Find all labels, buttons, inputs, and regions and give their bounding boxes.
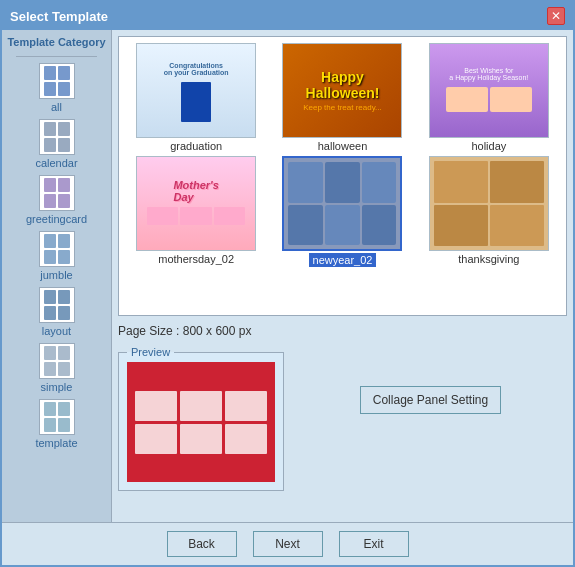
holiday-slot-2 xyxy=(490,87,532,112)
page-4 xyxy=(58,138,70,152)
exit-button[interactable]: Exit xyxy=(339,531,409,557)
template-icon xyxy=(39,399,75,435)
page-3 xyxy=(44,250,56,264)
greetingcard-icon xyxy=(39,175,75,211)
sidebar-item-template[interactable]: template xyxy=(12,397,102,451)
ny-block-5 xyxy=(325,205,360,246)
sidebar-label-jumble: jumble xyxy=(40,269,72,281)
sidebar-label-simple: simple xyxy=(41,381,73,393)
sidebar-item-greetingcard[interactable]: greetingcard xyxy=(12,173,102,227)
template-label-mothersday: mothersday_02 xyxy=(158,253,234,265)
holiday-grid xyxy=(442,83,536,116)
sidebar-item-simple[interactable]: simple xyxy=(12,341,102,395)
title-bar: Select Template ✕ xyxy=(2,2,573,30)
page-3 xyxy=(44,362,56,376)
page-4 xyxy=(58,82,70,96)
preview-slot-5 xyxy=(180,424,222,454)
halloween-text: HappyHalloween! xyxy=(306,69,380,101)
template-label-graduation: graduation xyxy=(170,140,222,152)
page-2 xyxy=(58,290,70,304)
mothers-text: Mother'sDay xyxy=(173,179,218,203)
next-button[interactable]: Next xyxy=(253,531,323,557)
template-label-thanksgiving: thanksgiving xyxy=(458,253,519,265)
sidebar-item-jumble[interactable]: jumble xyxy=(12,229,102,283)
template-grid-container[interactable]: Congratulationson your Graduation gradua… xyxy=(118,36,567,316)
ny-block-1 xyxy=(288,162,323,203)
sidebar-label-template: template xyxy=(35,437,77,449)
page-4 xyxy=(58,362,70,376)
template-cell-newyear[interactable]: newyear_02 xyxy=(271,156,413,267)
page-3 xyxy=(44,418,56,432)
window-title: Select Template xyxy=(10,9,108,24)
grad-figure xyxy=(181,82,211,122)
preview-slots xyxy=(127,383,275,462)
content-area: Template Category all xyxy=(2,30,573,522)
page-1 xyxy=(44,178,56,192)
template-cell-holiday[interactable]: Best Wishes fora Happy Holiday Season! h… xyxy=(418,43,560,152)
jumble-icon xyxy=(39,231,75,267)
thanks-block-4 xyxy=(490,205,544,247)
all-icon xyxy=(39,63,75,99)
sidebar-item-calendar[interactable]: calendar xyxy=(12,117,102,171)
icon-pages-template xyxy=(44,402,70,432)
template-label-halloween: halloween xyxy=(318,140,368,152)
sidebar-title: Template Category xyxy=(7,36,105,48)
mothers-slot-2 xyxy=(180,207,211,225)
page-4 xyxy=(58,306,70,320)
template-thumb-thanksgiving xyxy=(429,156,549,251)
page-size-label: Page Size : 800 x 600 px xyxy=(118,322,567,340)
template-thumb-graduation: Congratulationson your Graduation xyxy=(136,43,256,138)
window: Select Template ✕ Template Category all xyxy=(0,0,575,567)
template-thumb-halloween: HappyHalloween! Keep the treat ready... xyxy=(282,43,402,138)
template-thumb-newyear xyxy=(282,156,402,251)
halloween-sub: Keep the treat ready... xyxy=(303,103,382,112)
preview-legend: Preview xyxy=(127,346,174,358)
sidebar-label-layout: layout xyxy=(42,325,71,337)
layout-icon xyxy=(39,287,75,323)
page-1 xyxy=(44,234,56,248)
main-area: Congratulationson your Graduation gradua… xyxy=(112,30,573,522)
page-2 xyxy=(58,346,70,360)
page-1 xyxy=(44,290,56,304)
sidebar-item-layout[interactable]: layout xyxy=(12,285,102,339)
sidebar-label-all: all xyxy=(51,101,62,113)
template-cell-halloween[interactable]: HappyHalloween! Keep the treat ready... … xyxy=(271,43,413,152)
preview-fieldset: Preview xyxy=(118,346,284,491)
collage-setting-button[interactable]: Collage Panel Setting xyxy=(360,386,501,414)
page-1 xyxy=(44,122,56,136)
page-3 xyxy=(44,82,56,96)
halloween-content: HappyHalloween! Keep the treat ready... xyxy=(283,44,401,137)
back-button[interactable]: Back xyxy=(167,531,237,557)
grad-title: Congratulationson your Graduation xyxy=(162,60,231,78)
grad-content: Congratulationson your Graduation xyxy=(137,44,255,137)
simple-icon xyxy=(39,343,75,379)
preview-row: Preview xyxy=(118,346,567,516)
page-3 xyxy=(44,194,56,208)
template-label-newyear: newyear_02 xyxy=(309,253,377,267)
mothers-slot-1 xyxy=(147,207,178,225)
template-grid: Congratulationson your Graduation gradua… xyxy=(119,37,566,273)
page-2 xyxy=(58,402,70,416)
page-2 xyxy=(58,66,70,80)
page-4 xyxy=(58,194,70,208)
page-1 xyxy=(44,346,56,360)
icon-pages-jumble xyxy=(44,234,70,264)
sidebar-item-all[interactable]: all xyxy=(12,61,102,115)
template-thumb-holiday: Best Wishes fora Happy Holiday Season! xyxy=(429,43,549,138)
page-1 xyxy=(44,66,56,80)
icon-pages-simple xyxy=(44,346,70,376)
page-2 xyxy=(58,178,70,192)
mothers-grid xyxy=(143,203,249,229)
template-cell-graduation[interactable]: Congratulationson your Graduation gradua… xyxy=(125,43,267,152)
page-3 xyxy=(44,306,56,320)
preview-image xyxy=(127,362,275,482)
close-button[interactable]: ✕ xyxy=(547,7,565,25)
icon-pages-greeting xyxy=(44,178,70,208)
template-cell-thanksgiving[interactable]: thanksgiving xyxy=(418,156,560,267)
setting-area: Collage Panel Setting xyxy=(294,346,567,414)
thanks-block-3 xyxy=(434,205,488,247)
ny-block-4 xyxy=(288,205,323,246)
preview-slot-6 xyxy=(225,424,267,454)
template-label-holiday: holiday xyxy=(471,140,506,152)
template-cell-mothersday[interactable]: Mother'sDay mothersday_02 xyxy=(125,156,267,267)
